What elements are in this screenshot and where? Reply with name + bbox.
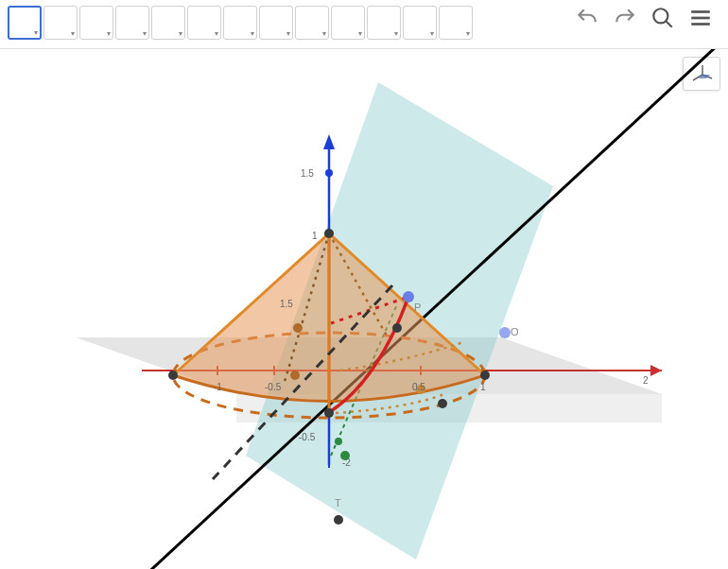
- z-tick-1: 1: [312, 231, 318, 241]
- svg-point-0: [653, 9, 667, 23]
- point-brown-1[interactable]: [293, 323, 303, 333]
- tool-7[interactable]: ▾: [259, 6, 293, 40]
- point-origin-front[interactable]: [324, 408, 334, 418]
- label-t: T: [335, 497, 341, 509]
- label-o: O: [511, 326, 519, 337]
- tool-row: ▾ ▾ ▾ ▾ ▾ ▾ ▾ ▾ ▾ ▾ ▾ ▾ ▾: [8, 6, 473, 40]
- label-p: P: [414, 302, 421, 313]
- tool-11[interactable]: ▾: [403, 6, 437, 40]
- x-axis-arrow: [650, 365, 662, 376]
- x-tick-1: 1: [480, 382, 486, 392]
- point-y-neg-s[interactable]: [335, 438, 342, 445]
- svg-line-1: [666, 21, 672, 27]
- tool-5[interactable]: ▾: [187, 6, 221, 40]
- undo-icon[interactable]: [575, 6, 599, 30]
- z-axis-arrow: [323, 134, 335, 149]
- tool-move[interactable]: ▾: [8, 6, 42, 40]
- x-tick-2: 2: [643, 375, 649, 386]
- tool-2[interactable]: ▾: [79, 6, 113, 40]
- tool-8[interactable]: ▾: [295, 6, 329, 40]
- point-p[interactable]: [403, 291, 414, 302]
- y-tick-1.5: 1.5: [280, 299, 293, 309]
- tool-4[interactable]: ▾: [151, 6, 185, 40]
- tool-10[interactable]: ▾: [367, 6, 401, 40]
- menu-icon[interactable]: [688, 6, 713, 30]
- x-tick-neg1: -1: [214, 382, 222, 392]
- point-base-right[interactable]: [480, 371, 490, 380]
- point-base-r2[interactable]: [438, 399, 447, 408]
- redo-icon[interactable]: [613, 6, 637, 30]
- z-tick-neg0.5: -0.5: [299, 432, 315, 442]
- tool-12[interactable]: ▾: [439, 6, 473, 40]
- search-icon[interactable]: [650, 6, 675, 30]
- point-mid1[interactable]: [392, 323, 402, 333]
- point-brown-2[interactable]: [290, 371, 300, 380]
- z-15-marker: [325, 169, 333, 177]
- tool-1[interactable]: ▾: [43, 6, 78, 40]
- point-o[interactable]: [499, 327, 511, 338]
- y-tick-neg2: -2: [342, 457, 351, 468]
- x-tick-0.5: 0.5: [412, 382, 425, 392]
- tool-6[interactable]: ▾: [223, 6, 257, 40]
- point-t[interactable]: [334, 515, 343, 525]
- point-apex[interactable]: [324, 229, 334, 238]
- toolbar: ▾ ▾ ▾ ▾ ▾ ▾ ▾ ▾ ▾ ▾ ▾ ▾ ▾: [0, 0, 728, 49]
- point-base-left[interactable]: [168, 371, 178, 380]
- tool-9[interactable]: ▾: [331, 6, 365, 40]
- right-controls: [575, 6, 720, 30]
- tool-3[interactable]: ▾: [115, 6, 149, 40]
- 3d-view[interactable]: 1.5 1 -0.5 -1 -0.5 0.5 1 2 1.5 -2 P O T: [0, 49, 728, 569]
- z-tick-1.5: 1.5: [301, 168, 314, 179]
- scene-svg: [0, 49, 728, 569]
- x-tick-neg0.5: -0.5: [265, 382, 281, 392]
